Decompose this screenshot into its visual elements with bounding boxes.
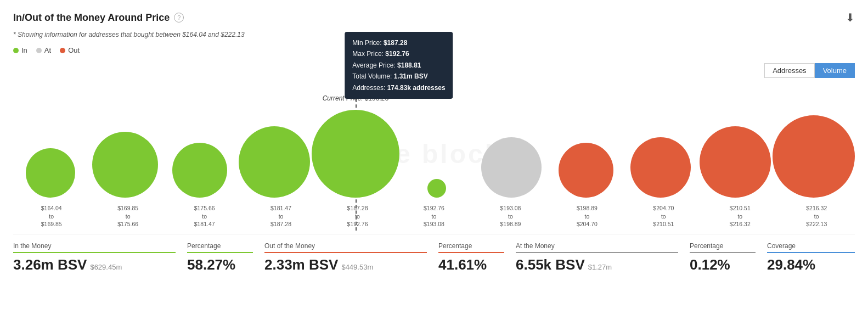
tooltip-min-value: $187.28 — [384, 39, 407, 47]
footer-out-pct-label: Percentage — [438, 242, 504, 253]
footer-out-pct-value: 41.61% — [438, 256, 504, 273]
volume-button[interactable]: Volume — [815, 63, 855, 78]
footer-in-label: In the Money — [13, 242, 176, 253]
price-label-10: $216.32to$222.13 — [779, 204, 855, 228]
footer: In the Money 3.26m BSV $629.45m Percenta… — [13, 234, 855, 273]
footer-out-label: Out of the Money — [264, 242, 427, 253]
tooltip-addr-value: 174.83k addresses — [387, 84, 446, 92]
legend-label-in: In — [21, 46, 27, 54]
footer-in-sub: $629.45m — [90, 263, 122, 271]
bubble-0[interactable] — [26, 148, 75, 198]
bubble-col-0 — [13, 148, 88, 198]
footer-in-pct-section: Percentage 58.27% — [187, 242, 253, 273]
bubble-9[interactable] — [700, 126, 771, 198]
price-label-7: $198.89to$204.70 — [549, 204, 625, 228]
bubble-3[interactable] — [239, 126, 310, 198]
footer-at-pct-value: 0.12% — [690, 256, 756, 273]
bubble-col-6 — [474, 137, 549, 198]
footer-at-value: 6.55k BSV $1.27m — [516, 256, 678, 273]
bubble-col-9 — [698, 126, 773, 198]
footer-out-value: 2.33m BSV $449.53m — [264, 256, 427, 273]
bubble-col-8 — [623, 137, 698, 198]
legend-at: At — [36, 46, 51, 54]
bubble-6[interactable] — [481, 137, 542, 198]
bubble-col-2 — [162, 143, 237, 198]
footer-at-pct-label: Percentage — [690, 242, 756, 253]
addresses-button[interactable]: Addresses — [764, 63, 814, 78]
bubble-1[interactable] — [92, 132, 158, 198]
bubble-col-10 — [773, 115, 855, 198]
price-label-5: $192.76to$193.08 — [396, 204, 472, 228]
price-label-3: $181.47to$187.28 — [243, 204, 319, 228]
bubble-10[interactable] — [773, 115, 855, 198]
tooltip-max-value: $192.76 — [385, 50, 409, 58]
footer-in: In the Money 3.26m BSV $629.45m — [13, 242, 176, 273]
legend-label-at: At — [44, 46, 51, 54]
page-title: In/Out of the Money Around Price — [13, 12, 170, 24]
footer-coverage: Coverage 29.84% — [767, 242, 855, 273]
footer-at-sub: $1.27m — [588, 263, 612, 271]
footer-out-pct-section: Percentage 41.61% — [438, 242, 504, 273]
main-container: In/Out of the Money Around Price ? ⬇ * S… — [0, 0, 868, 325]
footer-at: At the Money 6.55k BSV $1.27m — [516, 242, 678, 273]
footer-at-label: At the Money — [516, 242, 678, 253]
bubble-col-3 — [237, 126, 312, 198]
bubble-7[interactable] — [559, 143, 613, 198]
header: In/Out of the Money Around Price ? ⬇ — [13, 11, 855, 24]
chart-area: the block Current Price: — [13, 82, 855, 225]
tooltip-addr-label: Addresses: — [352, 84, 385, 92]
tooltip-max-label: Max Price: — [352, 50, 384, 58]
price-label-6: $193.08to$198.89 — [472, 204, 549, 228]
tooltip-avg-value: $188.81 — [397, 61, 421, 69]
price-label-4: $187.28to$192.76 — [319, 204, 396, 228]
bubble-5[interactable] — [427, 179, 446, 198]
price-label-8: $204.70to$210.51 — [625, 204, 702, 228]
bubble-4[interactable] — [312, 110, 399, 198]
bubble-2[interactable] — [172, 143, 227, 198]
price-label-1: $169.85to$175.66 — [89, 204, 166, 228]
price-labels-row: $164.04to$169.85 $169.85to$175.66 $175.6… — [13, 201, 855, 228]
footer-coverage-label: Coverage — [767, 242, 855, 253]
legend-label-out: Out — [68, 46, 80, 54]
legend-dot-out — [60, 48, 65, 53]
footer-in-pct-value: 58.27% — [187, 256, 253, 273]
legend-in: In — [13, 46, 27, 54]
price-label-9: $210.51to$216.32 — [702, 204, 778, 228]
footer-out: Out of the Money 2.33m BSV $449.53m — [264, 242, 427, 273]
bubble-col-7 — [549, 143, 623, 198]
bubble-col-5 — [399, 179, 474, 198]
price-label-2: $175.66to$181.47 — [166, 204, 243, 228]
tooltip: Min Price: $187.28 Max Price: $192.76 Av… — [345, 32, 453, 99]
legend-dot-at — [36, 48, 42, 53]
price-label-0: $164.04to$169.85 — [13, 204, 89, 228]
legend-out: Out — [60, 46, 80, 54]
download-icon[interactable]: ⬇ — [846, 11, 855, 24]
tooltip-min-label: Min Price: — [352, 39, 381, 47]
tooltip-vol-label: Total Volume: — [352, 72, 392, 80]
help-icon[interactable]: ? — [174, 13, 184, 23]
footer-at-pct-section: Percentage 0.12% — [690, 242, 756, 273]
footer-out-sub: $449.53m — [341, 263, 373, 271]
bubble-8[interactable] — [630, 137, 691, 198]
tooltip-vol-value: 1.31m BSV — [394, 72, 428, 80]
tooltip-avg-label: Average Price: — [352, 61, 396, 69]
footer-in-pct-label: Percentage — [187, 242, 253, 253]
footer-in-value: 3.26m BSV $629.45m — [13, 256, 176, 273]
legend-dot-in — [13, 48, 19, 53]
footer-coverage-value: 29.84% — [767, 256, 855, 273]
bubble-col-1 — [88, 132, 162, 198]
bubble-col-4: Current Price: $193.23 Min Price: $187.2… — [312, 110, 399, 198]
